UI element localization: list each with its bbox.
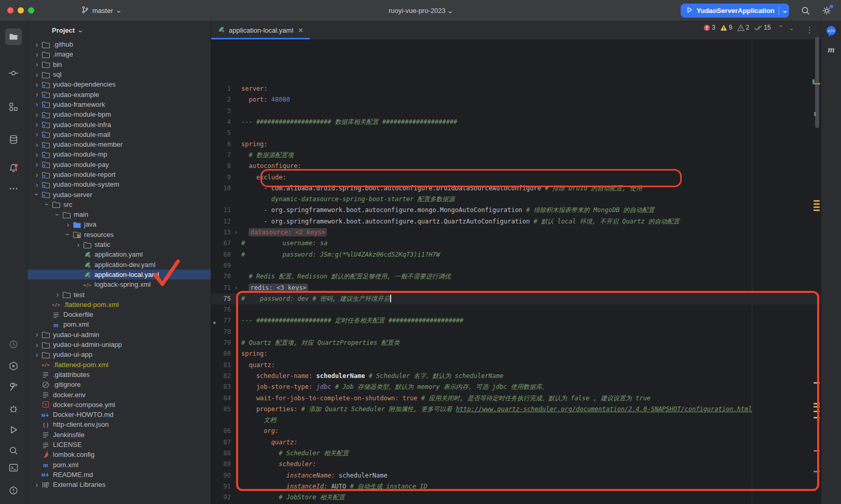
tree-item-flattened-pom-xml[interactable]: </>.flattened-pom.xml: [27, 300, 211, 310]
tree-item-http-client-env-json[interactable]: { }http-client.env.json: [27, 419, 211, 429]
chevron-expanded-icon[interactable]: ›: [44, 200, 51, 208]
code-line-12[interactable]: 12 - org.springframework.boot.autoconfig…: [211, 216, 821, 227]
minimize-window-button[interactable]: [18, 7, 24, 13]
chevron-collapsed-icon[interactable]: ›: [53, 291, 62, 298]
tree-item-docker-env[interactable]: docker.env: [27, 389, 211, 399]
tree-item-yudao-ui-admin[interactable]: ›yudao-ui-admin: [27, 330, 211, 340]
code-line-87[interactable]: 87 quartz:: [211, 437, 821, 448]
search-everywhere-icon[interactable]: [5, 442, 22, 459]
tree-item-application-local-yaml[interactable]: application-local.yaml: [27, 270, 211, 279]
fold-arrow-icon[interactable]: ›: [231, 227, 241, 238]
chevron-collapsed-icon[interactable]: ›: [33, 181, 41, 188]
chevron-collapsed-icon[interactable]: ›: [33, 171, 41, 178]
code-line-77[interactable]: 77--- #################### 定时任务相关配置 ####…: [211, 315, 821, 326]
tree-item-docker-howto-md[interactable]: MDocker-HOWTO.md: [27, 410, 211, 419]
chevron-expanded-icon[interactable]: ›: [33, 190, 40, 199]
structure-icon[interactable]: [5, 99, 22, 115]
tree-item-external-libraries[interactable]: ›External Libraries: [27, 480, 211, 489]
passed-count-group[interactable]: 15: [754, 24, 770, 31]
run-configuration-button[interactable]: YudaoServerApplication ⌄: [681, 4, 789, 18]
search-button[interactable]: [801, 6, 810, 16]
tree-item-yudao-ui-admin-uniapp[interactable]: ›yudao-ui-admin-uniapp: [27, 340, 211, 349]
chevron-collapsed-icon[interactable]: ›: [33, 351, 41, 358]
code-line-11[interactable]: 11 - org.springframework.boot.autoconfig…: [211, 205, 821, 216]
chevron-collapsed-icon[interactable]: ›: [33, 61, 41, 68]
code-line-80[interactable]: 80spring:: [211, 348, 821, 359]
tree-item-flattened-pom-xml[interactable]: </>.flattened-pom.xml: [27, 360, 211, 370]
code-line-90[interactable]: 90 instanceName: schedulerName: [211, 470, 821, 481]
settings-gear-button[interactable]: [822, 6, 832, 16]
chevron-collapsed-icon[interactable]: ›: [33, 481, 41, 488]
tree-item-yudao-server[interactable]: ›yudao-server: [27, 189, 211, 199]
tree-item-pom-xml[interactable]: mpom.xml: [27, 459, 211, 469]
code-line-91[interactable]: 91 instanceId: AUTO # 自动生成 instance ID: [211, 481, 821, 492]
chevron-collapsed-icon[interactable]: ›: [33, 341, 41, 348]
tree-item-yudao-ui-app[interactable]: ›yudao-ui-app: [27, 349, 211, 359]
code-line-8[interactable]: 8 autoconfigure:: [211, 161, 821, 172]
code-line-5[interactable]: 5: [211, 128, 821, 138]
chevron-collapsed-icon[interactable]: ›: [33, 131, 41, 138]
tree-item-yudao-module-report[interactable]: ›yudao-module-report: [27, 170, 211, 179]
code-line-85[interactable]: 85 properties: # 添加 Quartz Scheduler 附加属…: [211, 404, 821, 415]
inspections-widget[interactable]: 3 9 2 15 ⌃ ⌃: [704, 24, 794, 31]
weak-warning-count-group[interactable]: 2: [737, 24, 750, 31]
more-tools-icon[interactable]: [5, 180, 22, 197]
tree-item-pom-xml[interactable]: mpom.xml: [27, 319, 211, 329]
chevron-down-icon[interactable]: ⌄: [781, 7, 788, 14]
code-line-67[interactable]: 67# username: sa: [211, 238, 821, 249]
git-branch-widget[interactable]: master ⌄: [81, 6, 121, 16]
code-line-79[interactable]: 79# Quartz 配置项, 对应 QuartzProperties 配置类: [211, 338, 821, 348]
code-line-2[interactable]: 2 port: 48080: [211, 94, 821, 105]
next-problem-icon[interactable]: ⌃: [789, 24, 794, 31]
code-line-13[interactable]: 13› datasource: <2 keys>: [211, 227, 821, 238]
tree-item-yudao-example[interactable]: ›yudao-example: [27, 89, 211, 99]
code-line-76[interactable]: 76: [211, 304, 821, 315]
tree-item-yudao-module-bpm[interactable]: ›yudao-module-bpm: [27, 109, 211, 119]
notifications-icon[interactable]: [5, 160, 22, 176]
maximize-window-button[interactable]: [28, 7, 34, 13]
code-line-9[interactable]: 9 exclude:: [211, 172, 821, 183]
build-icon[interactable]: [5, 379, 22, 395]
code-line-82[interactable]: 82 scheduler-name: schedulerName # Sched…: [211, 371, 821, 382]
tree-item-static[interactable]: ›static: [27, 240, 211, 249]
tree-item-java[interactable]: ›java: [27, 219, 211, 229]
fold-arrow-icon[interactable]: ›: [231, 283, 241, 293]
debug-icon[interactable]: [5, 400, 22, 417]
recent-icon[interactable]: [5, 336, 22, 353]
chevron-collapsed-icon[interactable]: ›: [33, 141, 41, 148]
code-editor[interactable]: 1server:2 port: 4808034--- #############…: [211, 39, 821, 504]
chevron-collapsed-icon[interactable]: ›: [33, 91, 41, 98]
code-line-1[interactable]: 1server:: [211, 83, 821, 94]
tree-item-yudao-module-mp[interactable]: ›yudao-module-mp: [27, 149, 211, 159]
tree-item-yudao-module-system[interactable]: ›yudao-module-system: [27, 179, 211, 189]
tree-item-yudao-module-mall[interactable]: ›yudao-module-mall: [27, 130, 211, 139]
code-line-89[interactable]: 89 scheduler:: [211, 459, 821, 470]
code-line-69[interactable]: 69: [211, 260, 821, 271]
error-count-group[interactable]: 3: [704, 24, 715, 31]
code-line-75[interactable]: 75# password: dev # 密码, 建议生产环境开启: [211, 293, 821, 304]
chevron-collapsed-icon[interactable]: ›: [33, 111, 41, 118]
run-icon[interactable]: [5, 422, 22, 438]
tree-item-jenkinsfile[interactable]: Jenkinsfile: [27, 430, 211, 440]
commit-icon[interactable]: [5, 65, 22, 81]
code-line-71[interactable]: 71› redis: <3 keys>: [211, 283, 821, 293]
tree-item-application-yaml[interactable]: application.yaml: [27, 249, 211, 259]
services-icon[interactable]: [5, 358, 22, 374]
warning-count-group[interactable]: 9: [720, 24, 733, 31]
tree-item-license[interactable]: LICENSE: [27, 440, 211, 450]
tree-item-docker-compose-yml[interactable]: Ydocker-compose.yml: [27, 400, 211, 410]
chevron-collapsed-icon[interactable]: ›: [33, 101, 41, 108]
chevron-collapsed-icon[interactable]: ›: [64, 221, 72, 228]
tree-item-yudao-module-infra[interactable]: ›yudao-module-infra: [27, 119, 211, 129]
code-line-wrap[interactable]: 文档: [211, 415, 821, 426]
version-control-icon[interactable]: [5, 500, 22, 504]
code-line-78[interactable]: 78: [211, 327, 821, 338]
tree-item-yudao-framework[interactable]: ›yudao-framework: [27, 100, 211, 109]
tree-item-readme-md[interactable]: MREADME.md: [27, 470, 211, 480]
tree-item-application-dev-yaml[interactable]: application-dev.yaml: [27, 260, 211, 270]
chevron-collapsed-icon[interactable]: ›: [33, 51, 41, 58]
maven-tool-window-button[interactable]: m: [821, 45, 841, 55]
code-line-88[interactable]: 88 # Scheduler 相关配置: [211, 448, 821, 459]
chevron-collapsed-icon[interactable]: ›: [33, 331, 41, 338]
tree-item-yudao-module-member[interactable]: ›yudao-module-member: [27, 139, 211, 149]
